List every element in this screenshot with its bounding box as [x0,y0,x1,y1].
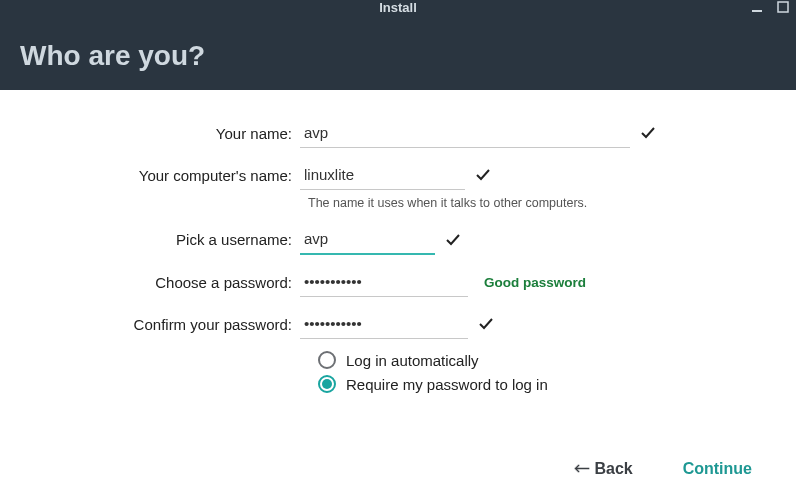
check-icon [478,316,494,332]
header-bar: Install Who are you? [0,0,796,90]
computer-input[interactable] [300,160,465,190]
radio-label-require: Require my password to log in [346,376,548,393]
username-label: Pick a username: [0,231,300,248]
check-icon [475,167,491,183]
arrow-left-icon: 🡐 [574,460,590,478]
row-confirm: Confirm your password: [0,309,796,339]
maximize-icon[interactable] [776,0,790,14]
form-area: Your name: Your computer's name: The nam… [0,90,796,393]
password-strength: Good password [484,275,586,290]
back-button[interactable]: 🡐 Back [574,460,632,478]
check-icon [640,125,656,141]
confirm-label: Confirm your password: [0,316,300,333]
row-computer: Your computer's name: [0,160,796,190]
svg-rect-1 [778,2,788,12]
row-password: Choose a password: Good password [0,267,796,297]
name-label: Your name: [0,125,300,142]
footer: 🡐 Back Continue [574,460,752,478]
row-name: Your name: [0,118,796,148]
name-input[interactable] [300,118,630,148]
check-icon [445,232,461,248]
back-label: Back [594,460,632,478]
window-title: Install [379,0,417,15]
password-label: Choose a password: [0,274,300,291]
confirm-input[interactable] [300,309,468,339]
continue-label: Continue [683,460,752,478]
page-title: Who are you? [0,20,796,72]
radio-login-auto[interactable]: Log in automatically [318,351,796,369]
row-username: Pick a username: [0,224,796,255]
username-input[interactable] [300,224,435,255]
titlebar: Install [0,0,796,20]
radio-icon [318,375,336,393]
minimize-icon[interactable] [750,0,764,14]
radio-login-require[interactable]: Require my password to log in [318,375,796,393]
computer-helper: The name it uses when it talks to other … [308,196,796,210]
window-controls [750,0,790,14]
radio-icon [318,351,336,369]
computer-label: Your computer's name: [0,167,300,184]
password-input[interactable] [300,267,468,297]
svg-rect-0 [752,10,762,12]
continue-button[interactable]: Continue [683,460,752,478]
radio-label-auto: Log in automatically [346,352,479,369]
